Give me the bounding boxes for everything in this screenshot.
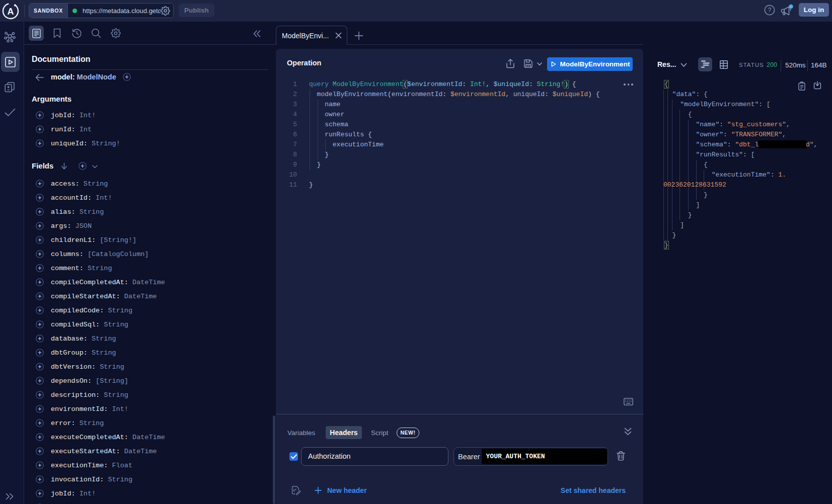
svg-text:A: A [8, 7, 14, 17]
svg-text:?: ? [768, 7, 772, 14]
